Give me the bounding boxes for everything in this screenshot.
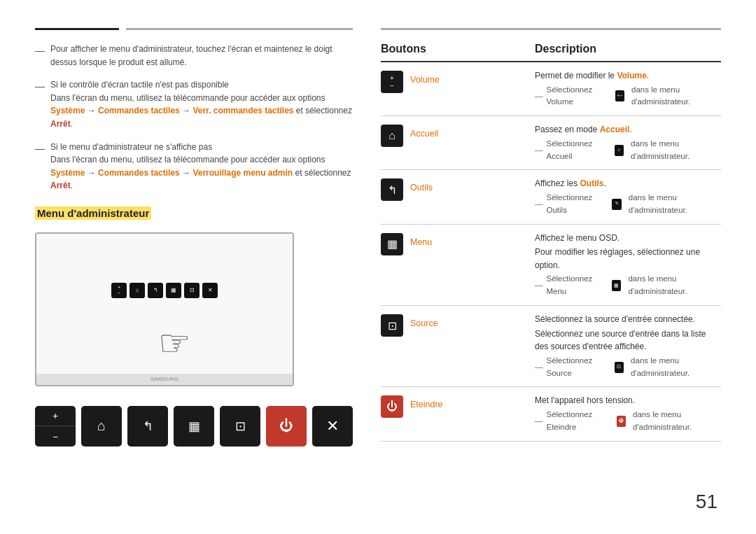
volume-main: Permet de modifier le Volume. <box>535 69 721 83</box>
tools-button[interactable]: ↰ <box>127 406 168 447</box>
outils-sub: Sélectionnez Outils ↰ dans le menu d'adm… <box>535 192 721 217</box>
table-row: ⌂ Accueil Passez en mode Accueil. Sélect… <box>381 116 721 170</box>
menu-button[interactable]: ▦ <box>174 406 214 447</box>
source-desc: Sélectionnez la source d'entrée connecté… <box>535 313 721 379</box>
screen-bottom-bar: SAMSUNG <box>36 374 293 385</box>
source-sub: Sélectionnez Source ⊡ dans le menu d'adm… <box>535 355 721 380</box>
menu-row-icon: ▦ <box>381 233 403 255</box>
text-block-3: — Si le menu d'administrateur ne s'affic… <box>35 141 353 192</box>
home-button[interactable]: ⌂ <box>81 406 122 447</box>
tb-close: ✕ <box>202 283 218 298</box>
eteindre-main: Met l'appareil hors tension. <box>535 394 721 407</box>
table-row: + − Volume Permet de modifier le Volume.… <box>381 62 721 116</box>
volume-button[interactable]: + − <box>35 406 76 447</box>
eteindre-sub: Sélectionnez Eteindre ⏻ dans le menu d'a… <box>535 409 721 434</box>
power-button[interactable]: ⏻ <box>266 406 307 447</box>
source-button[interactable]: ⊡ <box>220 406 260 447</box>
short-bar <box>35 28 119 30</box>
tools-row-icon: ↰ <box>381 178 403 201</box>
source-label: Source <box>410 314 438 328</box>
table-row: ⏻ Eteindre Met l'appareil hors tension. … <box>381 387 721 441</box>
tb-vol: + − <box>111 283 127 298</box>
text-block-2: — Si le contrôle d'écran tactile n'est p… <box>35 78 353 130</box>
page-container: — Pour afficher le menu d'administrateur… <box>0 0 756 534</box>
inline-menu-icon: ▦ <box>612 280 622 291</box>
inline-source-icon: ⊡ <box>615 362 624 373</box>
samsung-label: SAMSUNG <box>150 376 178 382</box>
eteindre-desc: Met l'appareil hors tension. Sélectionne… <box>535 394 721 433</box>
header-boutons: Boutons <box>381 43 535 55</box>
btn-col-menu: ▦ Menu <box>381 232 535 255</box>
text-3: Si le menu d'administrateur ne s'affiche… <box>50 141 353 192</box>
table-row: ⊡ Source Sélectionnez la source d'entrée… <box>381 306 721 387</box>
dash-3: — <box>35 141 45 156</box>
header-description: Description <box>535 43 721 55</box>
btn-col-source: ⊡ Source <box>381 313 535 337</box>
hand-pointer-icon: ☞ <box>158 322 191 364</box>
tb-source: ⊡ <box>184 283 200 298</box>
table-row: ↰ Outils Affichez les Outils. Sélectionn… <box>381 170 721 224</box>
outils-main: Affichez les Outils. <box>535 177 721 190</box>
plus-icon: + <box>390 74 394 82</box>
right-top-line <box>381 28 721 30</box>
inline-power-icon: ⏻ <box>617 416 626 427</box>
btn-col-accueil: ⌂ Accueil <box>381 123 535 147</box>
inline-home-icon: ⌂ <box>615 145 624 156</box>
table-header: Boutons Description <box>381 43 721 62</box>
bottom-toolbar: + − ⌂ ↰ ▦ ⊡ ⏻ ✕ <box>35 406 353 447</box>
admin-screen-mockup: + − ⌂ ↰ ▦ ⊡ ✕ ☞ SAMSUNG <box>35 232 294 386</box>
accueil-label: Accueil <box>410 125 438 139</box>
vol-plus[interactable]: + <box>35 406 76 427</box>
text-1: Pour afficher le menu d'administrateur, … <box>50 43 353 69</box>
outils-label: Outils <box>410 178 433 192</box>
close-button[interactable]: ✕ <box>312 406 353 447</box>
text-2: Si le contrôle d'écran tactile n'est pas… <box>50 78 353 130</box>
volume-row-icon: + − <box>381 71 403 93</box>
source-main2: Sélectionnez une source d'entrée dans la… <box>535 328 721 353</box>
admin-toolbar: + − ⌂ ↰ ▦ ⊡ ✕ <box>111 283 218 298</box>
section-title: Menu d'administrateur <box>35 202 353 220</box>
btn-col-eteindre: ⏻ Eteindre <box>381 394 535 418</box>
eteindre-label: Eteindre <box>410 395 443 409</box>
btn-col-outils: ↰ Outils <box>381 177 535 201</box>
volume-desc: Permet de modifier le Volume. Sélectionn… <box>535 69 721 108</box>
btn-col-volume: + − Volume <box>381 69 535 93</box>
top-decorative-lines <box>35 28 353 30</box>
volume-label: Volume <box>410 71 440 85</box>
tb-menu: ▦ <box>166 283 181 298</box>
right-column: Boutons Description + − Volume Permet de… <box>381 28 721 506</box>
tb-home: ⌂ <box>130 283 145 298</box>
vol-minus[interactable]: − <box>35 426 76 447</box>
text-block-1: — Pour afficher le menu d'administrateur… <box>35 43 353 69</box>
accueil-sub: Sélectionnez Accueil ⌂ dans le menu d'ad… <box>535 138 721 163</box>
dash-2: — <box>35 79 45 94</box>
menu-label: Menu <box>410 233 432 247</box>
accueil-desc: Passez en mode Accueil. Sélectionnez Acc… <box>535 123 721 162</box>
minus-icon: − <box>390 82 394 90</box>
source-row-icon: ⊡ <box>381 314 403 337</box>
menu-main1: Affichez le menu OSD. <box>535 232 721 245</box>
left-column: — Pour afficher le menu d'administrateur… <box>35 28 353 506</box>
long-bar <box>126 28 353 30</box>
table-row: ▦ Menu Affichez le menu OSD. Pour modifi… <box>381 225 721 306</box>
outils-desc: Affichez les Outils. Sélectionnez Outils… <box>535 177 721 216</box>
page-number: 51 <box>696 491 718 513</box>
dash-1: — <box>35 43 45 58</box>
home-row-icon: ⌂ <box>381 125 403 147</box>
accueil-main: Passez en mode Accueil. <box>535 123 721 136</box>
menu-sub: Sélectionnez Menu ▦ dans le menu d'admin… <box>535 273 721 298</box>
volume-sub: Sélectionnez Volume +− dans le menu d'ad… <box>535 84 721 109</box>
menu-desc: Affichez le menu OSD. Pour modifier les … <box>535 232 721 298</box>
screen-inner: + − ⌂ ↰ ▦ ⊡ ✕ ☞ SAMSUNG <box>36 234 293 385</box>
tb-tools: ↰ <box>148 283 163 298</box>
menu-main2: Pour modifier les réglages, sélectionnez… <box>535 246 721 272</box>
power-row-icon: ⏻ <box>381 395 403 418</box>
source-main1: Sélectionnez la source d'entrée connecté… <box>535 313 721 326</box>
inline-vol-icon: +− <box>615 90 624 101</box>
inline-tools-icon: ↰ <box>612 199 622 210</box>
